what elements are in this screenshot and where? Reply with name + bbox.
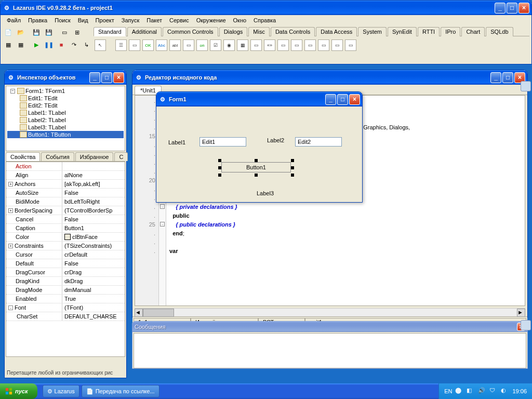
start-button[interactable]: пуск bbox=[0, 383, 37, 399]
palette-tab-dataaccess[interactable]: Data Access bbox=[316, 27, 357, 36]
menu-package[interactable]: Пакет bbox=[143, 16, 165, 24]
tree-row-label1[interactable]: Label1: TLabel bbox=[7, 109, 124, 116]
menu-window[interactable]: Окно bbox=[230, 16, 250, 24]
property-row-dragkind[interactable]: DragKinddkDrag bbox=[6, 277, 125, 286]
tray-icon-1[interactable]: ⬤ bbox=[455, 387, 463, 395]
palette-tab-system[interactable]: System bbox=[358, 27, 387, 36]
language-indicator[interactable]: EN bbox=[444, 388, 452, 394]
step-into-button[interactable]: ↳ bbox=[81, 39, 92, 50]
designer-edit2[interactable]: Edit2 bbox=[295, 137, 342, 147]
palette-checkbox[interactable]: ☑ bbox=[210, 39, 221, 51]
menu-file[interactable]: Файл bbox=[4, 16, 24, 24]
menu-edit[interactable]: Правка bbox=[25, 16, 50, 24]
property-row-borderspacing[interactable]: +BorderSpacing(TControlBorderSp bbox=[6, 206, 125, 215]
menu-view[interactable]: Вид bbox=[75, 16, 91, 24]
tree-row-label3[interactable]: Label3: TLabel bbox=[7, 124, 124, 131]
menu-environment[interactable]: Окружение bbox=[193, 16, 229, 24]
sidebar-mini-icon-1[interactable] bbox=[521, 81, 531, 91]
palette-tab-synedit[interactable]: SynEdit bbox=[388, 27, 417, 36]
scroll-thumb[interactable] bbox=[143, 309, 174, 317]
minimize-button[interactable]: _ bbox=[495, 3, 506, 14]
palette-edit[interactable]: abl bbox=[169, 39, 181, 51]
new-form-button[interactable]: ▭ bbox=[59, 26, 70, 38]
palette-checkgroup[interactable]: ▭ bbox=[304, 39, 316, 51]
palette-mainmenu[interactable]: ☰ bbox=[115, 39, 127, 51]
forms-button[interactable]: ▦ bbox=[15, 39, 26, 50]
palette-radiogroup[interactable]: ▭ bbox=[291, 39, 302, 51]
menu-service[interactable]: Сервис bbox=[166, 16, 192, 24]
main-titlebar[interactable]: ⚙ Lazarus IDE v0.9.28.2 бета - project1 … bbox=[1, 1, 531, 15]
tab-events[interactable]: События bbox=[41, 152, 74, 161]
inspector-maximize-button[interactable]: □ bbox=[101, 72, 112, 83]
menu-project[interactable]: Проект bbox=[92, 16, 117, 24]
palette-combobox[interactable]: ▭ bbox=[250, 39, 262, 51]
open-button[interactable]: 📂 bbox=[15, 26, 26, 38]
property-row-constraints[interactable]: +Constraints(TSizeConstraints) bbox=[6, 242, 125, 250]
property-row-align[interactable]: AlignalNone bbox=[6, 171, 125, 180]
property-row-anchors[interactable]: +Anchors[akTop,akLeft] bbox=[6, 180, 125, 189]
palette-tab-additional[interactable]: Additional bbox=[127, 27, 162, 36]
palette-pointer[interactable]: ↖ bbox=[95, 39, 106, 51]
form-maximize-button[interactable]: □ bbox=[337, 94, 348, 105]
inspector-titlebar[interactable]: ⚙ Инспектор объектов _ □ × bbox=[5, 70, 126, 85]
units-button[interactable]: ▦ bbox=[3, 39, 14, 50]
palette-groupbox[interactable]: ▭ bbox=[277, 39, 289, 51]
palette-panel[interactable]: ▭ bbox=[318, 39, 329, 51]
property-grid[interactable]: ActionAlignalNone+Anchors[akTop,akLeft]A… bbox=[6, 162, 125, 357]
tab-properties[interactable]: Свойства bbox=[6, 152, 40, 161]
messages-titlebar[interactable]: Сообщения × bbox=[132, 322, 527, 332]
tree-row-label2[interactable]: Label2: TLabel bbox=[7, 116, 124, 124]
tray-clock[interactable]: 19:06 bbox=[512, 388, 527, 394]
editor-maximize-button[interactable]: □ bbox=[502, 72, 513, 83]
save-button[interactable]: 💾 bbox=[31, 26, 42, 38]
palette-memo[interactable]: ▭ bbox=[183, 39, 194, 51]
palette-listbox[interactable]: ▦ bbox=[237, 39, 248, 51]
new-unit-button[interactable]: 📄 bbox=[3, 26, 14, 38]
tree-row-form1[interactable]: −Form1: TForm1 bbox=[7, 87, 124, 95]
palette-tab-chart[interactable]: Chart bbox=[461, 27, 485, 36]
property-row-autosize[interactable]: AutoSizeFalse bbox=[6, 189, 125, 197]
inspector-close-button[interactable]: × bbox=[113, 72, 124, 83]
run-button[interactable]: ▶ bbox=[31, 39, 42, 50]
palette-radio[interactable]: ◉ bbox=[223, 39, 235, 51]
palette-toggle[interactable]: on bbox=[196, 39, 208, 51]
save-all-button[interactable]: 💾 bbox=[43, 26, 55, 38]
maximize-button[interactable]: □ bbox=[507, 3, 517, 14]
close-button[interactable]: × bbox=[518, 3, 529, 14]
property-row-dragmode[interactable]: DragModedmManual bbox=[6, 286, 125, 295]
tab-restricted[interactable]: С bbox=[114, 152, 128, 161]
form-close-button[interactable]: × bbox=[349, 94, 360, 105]
designer-edit1[interactable]: Edit1 bbox=[200, 137, 246, 147]
palette-tab-ipro[interactable]: IPro bbox=[441, 27, 460, 36]
stop-button[interactable]: ■ bbox=[56, 39, 67, 50]
property-row-enabled[interactable]: EnabledTrue bbox=[6, 295, 125, 303]
selection-handles[interactable] bbox=[220, 161, 292, 175]
editor-minimize-button[interactable]: _ bbox=[490, 72, 501, 83]
tray-icon-4[interactable]: 🛡 bbox=[489, 387, 498, 395]
messages-body[interactable] bbox=[134, 333, 526, 368]
tray-icon-3[interactable]: 🔊 bbox=[478, 387, 486, 395]
palette-actionlist[interactable]: ▭ bbox=[345, 39, 356, 51]
scroll-right-button[interactable]: ► bbox=[517, 309, 525, 317]
property-row-color[interactable]: ColorclBtnFace bbox=[6, 233, 125, 242]
tab-favorites[interactable]: Избранное bbox=[75, 152, 114, 161]
palette-popupmenu[interactable]: ▭ bbox=[129, 39, 140, 51]
palette-tab-dialogs[interactable]: Dialogs bbox=[219, 27, 248, 36]
sidebar-mini-icon-2[interactable] bbox=[521, 320, 531, 330]
step-over-button[interactable]: ↷ bbox=[68, 39, 79, 50]
tree-row-edit1[interactable]: Edit1: TEdit bbox=[7, 95, 124, 102]
designer-label1[interactable]: Label1 bbox=[168, 139, 185, 145]
tree-row-edit2[interactable]: Edit2: TEdit bbox=[7, 102, 124, 109]
menu-run[interactable]: Запуск bbox=[118, 16, 142, 24]
taskbar-item-lazarus[interactable]: ⚙ Lazarus bbox=[43, 385, 79, 397]
taskbar-item-transfer[interactable]: 📄 Передача по ссылке... bbox=[82, 385, 159, 397]
object-tree[interactable]: −Form1: TForm1 Edit1: TEdit Edit2: TEdit… bbox=[6, 86, 125, 151]
palette-scrollbar[interactable]: «» bbox=[264, 39, 275, 51]
menu-help[interactable]: Справка bbox=[250, 16, 279, 24]
palette-tab-datacontrols[interactable]: Data Controls bbox=[271, 27, 315, 36]
editor-hscrollbar[interactable]: ◄ ► bbox=[135, 308, 525, 316]
form-minimize-button[interactable]: _ bbox=[325, 94, 336, 105]
form-design-surface[interactable]: Label1 Edit1 Label2 Edit2 Button1 Label3 bbox=[158, 108, 361, 202]
palette-tab-misc[interactable]: Misc bbox=[248, 27, 270, 36]
scroll-left-button[interactable]: ◄ bbox=[135, 309, 143, 317]
